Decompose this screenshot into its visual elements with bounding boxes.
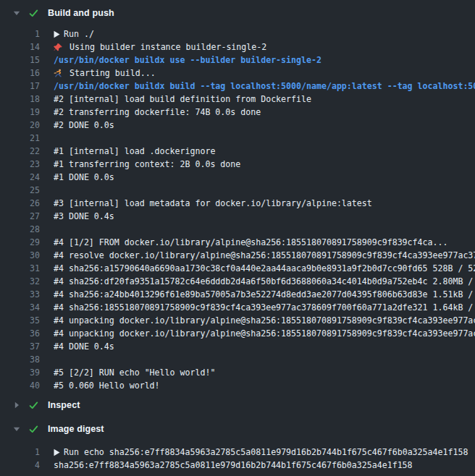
line-number[interactable]: 23 [0,158,40,171]
pushpin-icon [54,43,63,52]
section-lines: 1 Run ./ 14 Using builder instance build… [0,27,475,392]
section-title: Image digest [48,424,104,434]
log-line-content: #4 unpacking docker.io/library/alpine@sh… [54,314,475,327]
line-number[interactable]: 28 [0,223,40,236]
log-row: 18 #2 [internal] load build definition f… [0,93,475,106]
log-row: 33 #4 sha256:a24bb4013296f61e89ba57005a7… [0,288,475,301]
log-line-content: /usr/bin/docker buildx use --builder bui… [54,54,475,67]
log-text: Starting build... [70,67,156,80]
log-row: 1 Run echo sha256:e7ff8834a5963a2785c5a0… [0,446,475,459]
log-row: 30 #4 resolve docker.io/library/alpine@s… [0,249,475,262]
chevron-down-icon [13,425,20,433]
log-text: #2 [internal] load build definition from… [54,93,311,106]
log-row: 32 #4 sha256:df20fa9351a15782c64e6dddb2d… [0,275,475,288]
log-line-content: #4 DONE 0.4s [54,340,475,353]
line-number[interactable]: 35 [0,314,40,327]
log-line-content: #4 sha256:a24bb4013296f61e89ba57005a7b3e… [54,288,475,301]
line-number[interactable]: 15 [0,54,40,67]
check-icon [28,7,39,19]
log-line-content: #4 resolve docker.io/library/alpine@sha2… [54,249,475,262]
log-section-image-digest: Image digest 1 Run echo sha256:e7ff8834a… [0,422,475,472]
log-row: 31 #4 sha256:a15790640a6690aa1730c38cf0a… [0,262,475,275]
log-line-content: #3 DONE 0.4s [54,210,475,223]
line-number[interactable]: 37 [0,340,40,353]
log-row: 39 #5 [2/2] RUN echo "Hello world!" [0,366,475,379]
log-row: 28 [0,223,475,236]
log-line-content: #3 [internal] load metadata for docker.i… [54,197,475,210]
line-number[interactable]: 26 [0,197,40,210]
section-title: Build and push [48,8,114,18]
line-number[interactable]: 19 [0,106,40,119]
chevron-right-icon [13,401,20,409]
log-line-content: #5 0.060 Hello world! [54,379,475,392]
line-number[interactable]: 4 [0,459,40,472]
chevron-down-icon [13,9,20,17]
line-number[interactable]: 18 [0,93,40,106]
log-text: Using builder instance builder-single-2 [70,41,266,54]
log-text: #4 [1/2] FROM docker.io/library/alpine@s… [54,236,447,249]
line-number[interactable]: 38 [0,353,40,366]
log-line-content: #4 sha256:df20fa9351a15782c64e6dddb2d4a6… [54,275,475,288]
log-line-content: /usr/bin/docker buildx build --tag local… [54,80,475,93]
log-row: 14 Using builder instance builder-single… [0,41,475,54]
line-number[interactable]: 31 [0,262,40,275]
log-row: 22 #1 [internal] load .dockerignore [0,145,475,158]
log-line-content [54,353,475,366]
log-text: Run echo sha256:e7ff8834a5963a2785c5a081… [64,446,468,459]
log-row: 38 [0,353,475,366]
log-text: #4 unpacking docker.io/library/alpine@sh… [54,327,475,340]
log-row: 15 /usr/bin/docker buildx use --builder … [0,54,475,67]
play-icon[interactable] [54,449,60,456]
runner-icon [54,69,63,78]
log-viewer: Build and push 1 Run ./ 14 Using builder… [0,0,475,476]
line-number[interactable]: 1 [0,27,40,41]
line-number[interactable]: 34 [0,301,40,314]
log-row: 35 #4 unpacking docker.io/library/alpine… [0,314,475,327]
line-number[interactable]: 24 [0,171,40,184]
line-number[interactable]: 27 [0,210,40,223]
log-line-content: #4 unpacking docker.io/library/alpine@sh… [54,327,475,340]
log-row: 26 #3 [internal] load metadata for docke… [0,197,475,210]
log-text: #4 sha256:185518070891758909c9f839cf4ca3… [54,301,475,314]
log-row: 21 [0,132,475,145]
line-number[interactable]: 20 [0,119,40,132]
log-text: #3 [internal] load metadata for docker.i… [54,197,372,210]
log-text: #4 unpacking docker.io/library/alpine@sh… [54,314,475,327]
log-text: Run ./ [64,27,94,41]
line-number[interactable]: 21 [0,132,40,145]
log-section-inspect: Inspect [0,398,475,412]
log-row: 1 Run ./ [0,27,475,41]
line-number[interactable]: 39 [0,366,40,379]
log-line-content [54,223,475,236]
log-row: 29 #4 [1/2] FROM docker.io/library/alpin… [0,236,475,249]
section-header-build-and-push[interactable]: Build and push [0,6,475,20]
line-number[interactable]: 32 [0,275,40,288]
line-number[interactable]: 25 [0,184,40,197]
section-header-inspect[interactable]: Inspect [0,398,475,412]
line-number[interactable]: 33 [0,288,40,301]
line-number[interactable]: 30 [0,249,40,262]
log-row: 37 #4 DONE 0.4s [0,340,475,353]
line-number[interactable]: 16 [0,67,40,80]
log-text: #3 DONE 0.4s [54,210,114,223]
log-text: #2 DONE 0.0s [54,119,114,132]
section-header-image-digest[interactable]: Image digest [0,422,475,436]
log-section-build-and-push: Build and push 1 Run ./ 14 Using builder… [0,6,475,392]
line-number[interactable]: 36 [0,327,40,340]
log-line-content: #2 DONE 0.0s [54,119,475,132]
line-number[interactable]: 14 [0,41,40,54]
log-line-content: #5 [2/2] RUN echo "Hello world!" [54,366,475,379]
log-row: 17 /usr/bin/docker buildx build --tag lo… [0,80,475,93]
log-text: /usr/bin/docker buildx build --tag local… [54,80,475,93]
line-number[interactable]: 1 [0,446,40,459]
line-number[interactable]: 22 [0,145,40,158]
line-number[interactable]: 29 [0,236,40,249]
log-text: #1 transferring context: 2B 0.0s done [54,158,240,171]
play-icon[interactable] [54,30,60,38]
line-number[interactable]: 17 [0,80,40,93]
log-line-content: #2 transferring dockerfile: 74B 0.0s don… [54,106,475,119]
line-number[interactable]: 40 [0,379,40,392]
log-line-content: Run echo sha256:e7ff8834a5963a2785c5a081… [54,446,475,459]
log-text: #4 sha256:df20fa9351a15782c64e6dddb2d4a6… [54,275,475,288]
log-text: #2 transferring dockerfile: 74B 0.0s don… [54,106,261,119]
